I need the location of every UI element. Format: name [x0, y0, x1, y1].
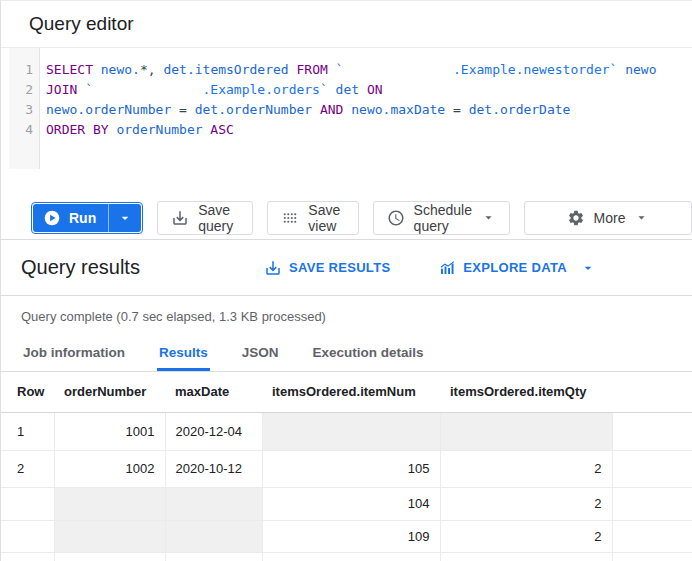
column-header: itemsOrdered.itemNum — [262, 372, 440, 412]
table-body: 110012020-12-04210022020-10-121052104210… — [1, 412, 692, 561]
query-status-bar: Query complete (0.7 sec elapsed, 1.3 KB … — [1, 296, 692, 337]
table-row — [1, 552, 692, 561]
code-line: 4ORDER BY orderNumber ASC — [1, 120, 692, 140]
table-cell: 2 — [440, 450, 612, 487]
caret-down-icon — [481, 210, 496, 225]
tab-execution-details[interactable]: Execution details — [311, 337, 426, 371]
more-button[interactable]: More — [524, 201, 692, 235]
table-cell — [262, 412, 440, 450]
table-cell: 2 — [1, 450, 54, 487]
table-cell — [612, 412, 692, 450]
code-line: 2JOIN ` .Example.orders` det ON — [1, 80, 692, 100]
column-header: orderNumber — [54, 372, 165, 412]
query-results-header: Query results SAVE RESULTS EXPLORE DATA — [1, 240, 692, 296]
explore-data-label: EXPLORE DATA — [463, 260, 567, 275]
table-cell — [1, 520, 54, 552]
table-cell — [54, 520, 165, 552]
column-header: maxDate — [165, 372, 262, 412]
code-line-text[interactable]: JOIN ` .Example.orders` det ON — [39, 80, 383, 100]
code-line-text[interactable]: newo.orderNumber = det.orderNumber AND n… — [39, 100, 570, 120]
save-results-button[interactable]: SAVE RESULTS — [264, 259, 390, 277]
line-number: 2 — [9, 80, 39, 100]
table-cell: 2 — [440, 487, 612, 520]
caret-down-icon — [634, 210, 649, 225]
line-number: 3 — [9, 100, 39, 120]
table-cell — [262, 552, 440, 561]
query-editor-header: Query editor — [1, 1, 692, 48]
save-view-label: Save view — [308, 202, 344, 234]
table-cell: 105 — [262, 450, 440, 487]
tab-results[interactable]: Results — [157, 337, 210, 371]
save-view-button[interactable]: Save view — [267, 201, 358, 235]
table-cell — [612, 520, 692, 552]
code-line-text[interactable]: SELECT newo.*, det.itemsOrdered FROM ` .… — [39, 60, 657, 80]
table-cell — [1, 487, 54, 520]
save-query-button[interactable]: Save query — [157, 201, 253, 235]
table-cell — [165, 520, 262, 552]
column-header: Row — [1, 372, 54, 412]
table-row: 1092 — [1, 520, 692, 552]
tab-job-information[interactable]: Job information — [21, 337, 127, 371]
table-cell: 1001 — [54, 412, 165, 450]
code-line: 3newo.orderNumber = det.orderNumber AND … — [1, 100, 692, 120]
play-icon — [43, 209, 61, 227]
table-cell: 1 — [1, 412, 54, 450]
results-tabs: Job information Results JSON Execution d… — [1, 337, 692, 372]
table-cell — [612, 450, 692, 487]
table-cell: 2 — [440, 520, 612, 552]
table-row: 110012020-12-04 — [1, 412, 692, 450]
table-header-row: RoworderNumbermaxDateitemsOrdered.itemNu… — [1, 372, 692, 412]
gear-icon — [567, 209, 585, 227]
table-cell — [165, 487, 262, 520]
table-cell — [54, 552, 165, 561]
table-cell: 104 — [262, 487, 440, 520]
table-cell: 2020-12-04 — [165, 412, 262, 450]
run-caret-down-icon[interactable] — [109, 210, 141, 226]
column-header — [612, 372, 692, 412]
sql-editor[interactable]: 1SELECT newo.*, det.itemsOrdered FROM ` … — [1, 48, 692, 196]
caret-down-icon — [580, 260, 596, 276]
chart-icon — [438, 259, 456, 277]
table-cell — [612, 552, 692, 561]
more-label: More — [594, 210, 626, 226]
run-button-label: Run — [69, 210, 96, 226]
code-lines: 1SELECT newo.*, det.itemsOrdered FROM ` … — [1, 48, 692, 140]
table-cell — [1, 552, 54, 561]
table-cell: 109 — [262, 520, 440, 552]
run-button[interactable]: Run — [31, 202, 143, 234]
query-toolbar: Run Save query Save view — [1, 196, 692, 240]
line-number: 1 — [9, 60, 39, 80]
tab-json[interactable]: JSON — [240, 337, 281, 371]
schedule-query-button[interactable]: Schedule query — [373, 201, 510, 235]
table-row: 1042 — [1, 487, 692, 520]
table-cell: 2020-10-12 — [165, 450, 262, 487]
page-title: Query editor — [29, 13, 134, 35]
column-header: itemsOrdered.itemQty — [440, 372, 612, 412]
bigquery-panel: Query editor 1SELECT newo.*, det.itemsOr… — [0, 0, 692, 561]
status-text: Query complete (0.7 sec elapsed, 1.3 KB … — [21, 309, 326, 324]
clock-icon — [387, 209, 405, 227]
save-query-label: Save query — [198, 202, 239, 234]
table-cell — [440, 552, 612, 561]
table-cell: 1002 — [54, 450, 165, 487]
results-title: Query results — [21, 256, 264, 279]
download-icon — [171, 209, 189, 227]
table-cell — [165, 552, 262, 561]
results-table: RoworderNumbermaxDateitemsOrdered.itemNu… — [1, 372, 692, 561]
schedule-query-label: Schedule query — [414, 202, 472, 234]
table-row: 210022020-10-121052 — [1, 450, 692, 487]
explore-data-button[interactable]: EXPLORE DATA — [438, 259, 596, 277]
save-results-label: SAVE RESULTS — [289, 260, 390, 275]
code-line: 1SELECT newo.*, det.itemsOrdered FROM ` … — [1, 60, 692, 80]
code-line-text[interactable]: ORDER BY orderNumber ASC — [39, 120, 234, 140]
table-cell — [54, 487, 165, 520]
download-icon — [264, 259, 282, 277]
line-number: 4 — [9, 120, 39, 140]
grid-icon — [281, 209, 299, 227]
table-cell — [612, 487, 692, 520]
results-actions: SAVE RESULTS EXPLORE DATA — [264, 259, 596, 277]
table-cell — [440, 412, 612, 450]
